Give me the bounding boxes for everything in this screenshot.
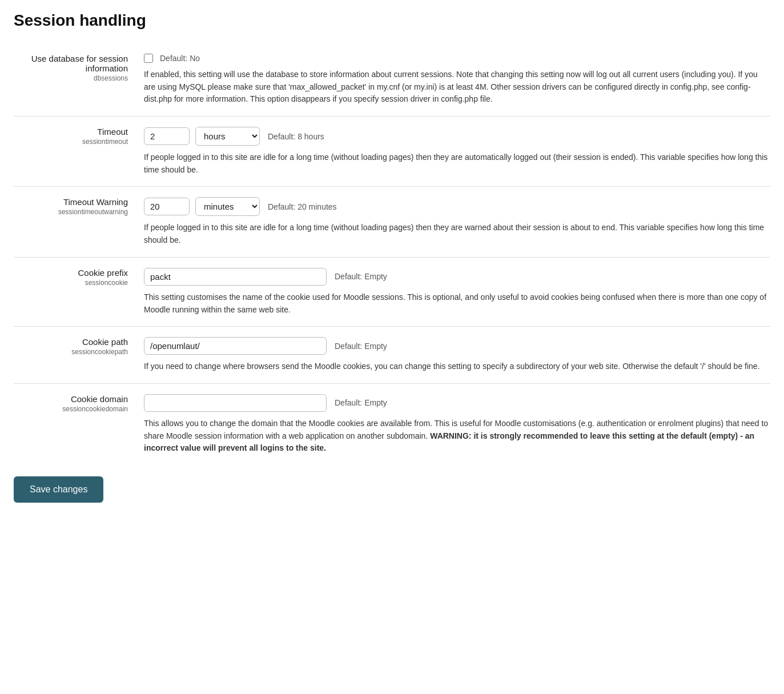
setting-label-sessiontimeoutwarning: Timeout Warning [63, 197, 128, 207]
setting-description-sessioncookie: This setting customises the name of the … [144, 291, 770, 316]
setting-label-sessioncookiepath: Cookie path [82, 337, 128, 347]
setting-label-sessioncookiedomain: Cookie domain [71, 394, 128, 404]
setting-description-sessioncookiedomain: This allows you to change the domain tha… [144, 418, 770, 455]
setting-description-sessiontimeoutwarning: If people logged in to this site are idl… [144, 222, 770, 246]
sessioncookiepath-default-label: Default: Empty [335, 342, 387, 351]
sessiontimeout-default-label: Default: 8 hours [268, 132, 324, 141]
sessioncookie-text-input[interactable] [144, 268, 327, 286]
setting-description-sessioncookiepath: If you need to change where browsers sen… [144, 360, 770, 373]
setting-key-sessioncookiedomain: sessioncookiedomain [14, 405, 128, 413]
setting-description-dbsessions: If enabled, this setting will use the da… [144, 69, 770, 106]
sessiontimeout-number-input[interactable] [144, 127, 190, 145]
settings-row-sessioncookie: Cookie prefix sessioncookie Default: Emp… [14, 257, 770, 326]
setting-key-dbsessions: dbsessions [14, 74, 128, 82]
save-changes-button[interactable]: Save changes [14, 476, 103, 503]
checkbox-default-label: Default: No [160, 54, 200, 63]
settings-row-dbsessions: Use database for session information dbs… [14, 43, 770, 117]
settings-row-sessiontimeoutwarning: Timeout Warning sessiontimeoutwarning mi… [14, 187, 770, 257]
settings-row-sessiontimeout: Timeout sessiontimeout minuteshoursdays … [14, 117, 770, 187]
setting-label-sessiontimeout: Timeout [97, 127, 128, 137]
setting-key-sessioncookie: sessioncookie [14, 279, 128, 287]
dbsessions-checkbox[interactable] [144, 54, 153, 63]
setting-label-dbsessions: Use database for session information [31, 54, 128, 73]
sessioncookiedomain-default-label: Default: Empty [335, 398, 387, 407]
setting-key-sessioncookiepath: sessioncookiepath [14, 348, 128, 356]
sessiontimeoutwarning-unit-select[interactable]: minuteshoursdays [195, 197, 260, 216]
sessiontimeoutwarning-number-input[interactable] [144, 198, 190, 215]
sessioncookie-default-label: Default: Empty [335, 272, 387, 281]
sessioncookiepath-text-input[interactable] [144, 337, 327, 355]
settings-table: Use database for session information dbs… [14, 43, 770, 465]
settings-row-sessioncookiedomain: Cookie domain sessioncookiedomain Defaul… [14, 383, 770, 465]
setting-key-sessiontimeout: sessiontimeout [14, 138, 128, 146]
page-title: Session handling [14, 11, 770, 30]
sessioncookiedomain-text-input[interactable] [144, 394, 327, 412]
sessiontimeoutwarning-default-label: Default: 20 minutes [268, 202, 337, 211]
setting-description-sessiontimeout: If people logged in to this site are idl… [144, 151, 770, 176]
setting-key-sessiontimeoutwarning: sessiontimeoutwarning [14, 208, 128, 216]
settings-row-sessioncookiepath: Cookie path sessioncookiepath Default: E… [14, 327, 770, 384]
setting-label-sessioncookie: Cookie prefix [78, 268, 128, 278]
sessiontimeout-unit-select[interactable]: minuteshoursdays [195, 127, 260, 146]
